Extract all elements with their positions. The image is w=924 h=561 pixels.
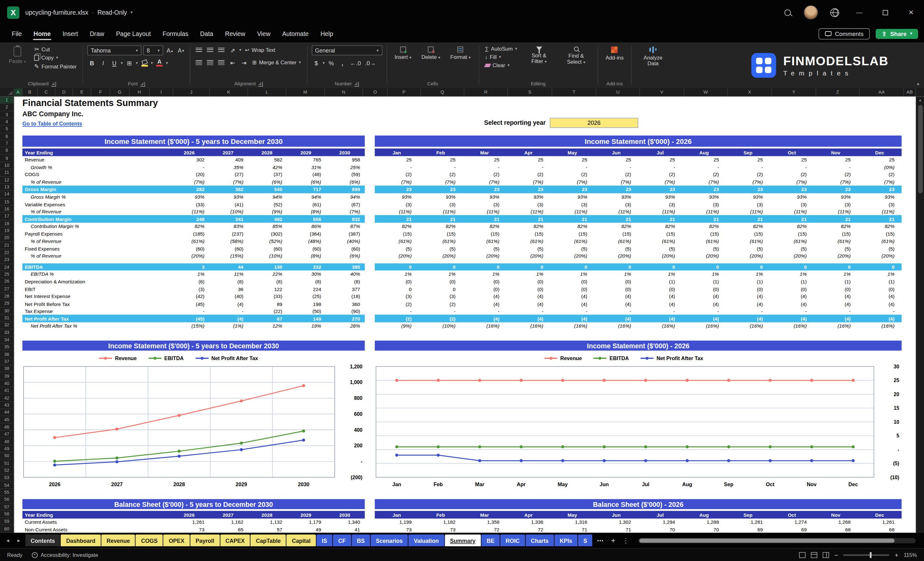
cell[interactable]: -	[507, 308, 550, 314]
cell[interactable]: (7%)	[814, 179, 858, 185]
cell[interactable]: (2)	[814, 172, 858, 178]
cell[interactable]: 93%	[208, 194, 248, 200]
cell[interactable]: (4)	[858, 316, 902, 322]
cell[interactable]: (25)	[286, 294, 325, 300]
cell[interactable]: 25	[770, 157, 814, 163]
cell[interactable]: 1%	[858, 271, 902, 278]
cell[interactable]: 93%	[170, 194, 208, 200]
cell[interactable]: (1)	[726, 279, 770, 285]
cell[interactable]: (9%)	[248, 208, 286, 214]
cell[interactable]: (1%)	[208, 323, 248, 329]
cell[interactable]: (2)	[594, 172, 638, 178]
cell[interactable]: 0	[726, 264, 770, 270]
cell[interactable]: (2)	[858, 172, 902, 178]
cell[interactable]: 1,261	[170, 519, 208, 525]
cell[interactable]: (3)	[638, 201, 682, 207]
cell[interactable]: (8%)	[286, 208, 325, 214]
cell[interactable]: 21	[419, 216, 463, 222]
cell[interactable]: 72	[507, 526, 550, 532]
cell[interactable]: 22%	[248, 271, 286, 278]
cell[interactable]: -	[419, 164, 463, 170]
select-all-corner[interactable]	[0, 88, 14, 96]
sheet-tab-is[interactable]: IS	[316, 535, 332, 546]
cell[interactable]: (5)	[550, 246, 594, 252]
cell[interactable]: (2)	[375, 316, 419, 322]
cell[interactable]: (7%)	[507, 179, 550, 185]
cell[interactable]: (4)	[726, 316, 770, 322]
comma-style-button[interactable]: ,	[338, 58, 347, 68]
cell[interactable]: (0)	[463, 279, 507, 285]
cell[interactable]: (0)	[507, 286, 550, 292]
cell[interactable]: 23	[638, 187, 682, 193]
clear-button[interactable]: Clear▾	[483, 62, 519, 69]
cell[interactable]: (20%)	[682, 253, 726, 259]
cell[interactable]: (5)	[638, 246, 682, 252]
font-size-select[interactable]: 8▾	[143, 45, 164, 56]
cell[interactable]: 23	[682, 187, 726, 193]
cell[interactable]: (15)	[419, 231, 463, 237]
column-header-B[interactable]: B	[22, 88, 38, 96]
cell[interactable]: (3)	[419, 294, 463, 300]
row-header-9[interactable]: 9	[0, 155, 14, 162]
cell[interactable]: (2)	[550, 172, 594, 178]
cell[interactable]: 25	[594, 157, 638, 163]
sheet-tab-kpis[interactable]: KPIs	[554, 535, 577, 546]
cell[interactable]: (4)	[507, 301, 550, 307]
cell[interactable]: 0	[507, 264, 550, 270]
cell[interactable]: 93%	[419, 194, 463, 200]
cell[interactable]: (0%)	[858, 164, 902, 170]
cell[interactable]: 21	[375, 216, 419, 222]
row-header-35[interactable]: 35	[0, 344, 14, 351]
row-header-23[interactable]: 23	[0, 256, 14, 264]
column-header-U[interactable]: U	[596, 88, 640, 96]
cell[interactable]: (61%)	[419, 238, 463, 244]
number-format-select[interactable]: General▾	[311, 45, 382, 56]
cell[interactable]: (5)	[682, 246, 726, 252]
cell[interactable]: (15)	[507, 231, 550, 237]
cell[interactable]: 1,274	[770, 519, 814, 525]
cell[interactable]: (5)	[463, 246, 507, 252]
cell[interactable]: (3)	[594, 201, 638, 207]
fill-color-dropdown-icon[interactable]: ▾	[151, 61, 153, 66]
cell[interactable]: 1%	[814, 271, 858, 278]
cell[interactable]: 23	[463, 187, 507, 193]
row-header-43[interactable]: 43	[0, 402, 14, 409]
cell[interactable]: (48)	[286, 172, 325, 178]
cell[interactable]: (4)	[550, 294, 594, 300]
cell[interactable]: 94%	[248, 194, 286, 200]
period-header-sep[interactable]: Sep	[726, 512, 770, 518]
period-header-2029[interactable]: 2029	[286, 149, 325, 155]
cell[interactable]: 23	[375, 187, 419, 193]
menu-automate[interactable]: Automate	[276, 26, 315, 40]
period-header-oct[interactable]: Oct	[770, 512, 814, 518]
row-header-10[interactable]: 10	[0, 162, 14, 170]
cell[interactable]: 21	[638, 216, 682, 222]
cell[interactable]: 21	[770, 216, 814, 222]
cell[interactable]: 1,162	[208, 519, 248, 525]
row-header-58[interactable]: 58	[0, 511, 14, 518]
cell[interactable]: (16%)	[814, 323, 858, 329]
cell[interactable]: (0)	[463, 286, 507, 292]
cell[interactable]: (4)	[463, 294, 507, 300]
analyze-data-button[interactable]: Analyze Data	[636, 45, 670, 69]
cell[interactable]: 25	[507, 157, 550, 163]
cell[interactable]: (4)	[594, 294, 638, 300]
period-header-aug[interactable]: Aug	[682, 149, 726, 155]
cell[interactable]: (5)	[419, 246, 463, 252]
cell[interactable]: (4)	[550, 316, 594, 322]
cell[interactable]: (302)	[248, 231, 286, 237]
cell[interactable]: (11%)	[375, 208, 419, 214]
cell[interactable]: 1,294	[638, 519, 682, 525]
cell[interactable]: 93%	[814, 194, 858, 200]
cell[interactable]: 582	[248, 157, 286, 163]
cell[interactable]: (42)	[170, 294, 208, 300]
sheet-tab-cogs[interactable]: COGS	[136, 535, 163, 546]
period-header-mar[interactable]: Mar	[463, 149, 507, 155]
cell[interactable]: 25	[419, 157, 463, 163]
cell[interactable]: 1%	[770, 271, 814, 278]
cell[interactable]: 0	[682, 264, 726, 270]
column-header-C[interactable]: C	[38, 88, 56, 96]
cell[interactable]: 0	[463, 264, 507, 270]
borders-button[interactable]: ⊞	[124, 58, 134, 68]
cell[interactable]: (4)	[594, 316, 638, 322]
